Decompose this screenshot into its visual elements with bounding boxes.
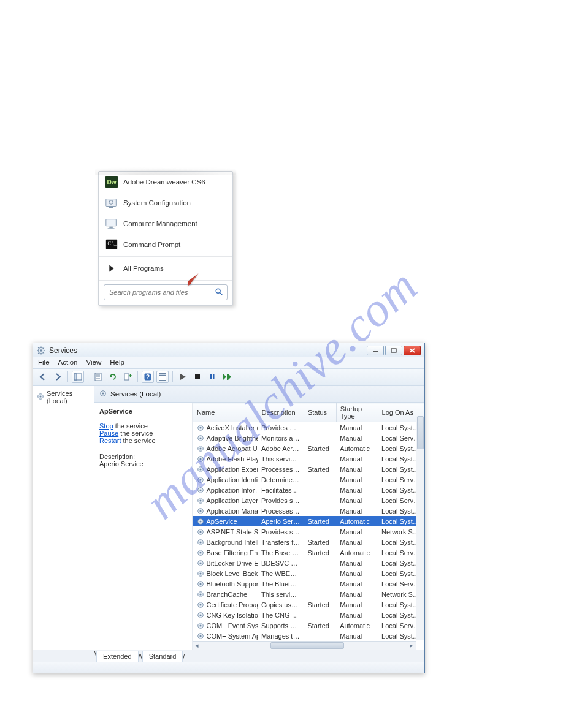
- start-menu-item[interactable]: Dw Adobe Dreamweaver CS6: [99, 172, 232, 192]
- stop-service-button[interactable]: [191, 371, 204, 383]
- start-menu-item[interactable]: C:\_ Command Prompt: [99, 234, 232, 255]
- table-row[interactable]: ApServiceAperio Servi…StartedAutomaticLo…: [193, 516, 424, 526]
- svg-point-72: [199, 562, 201, 564]
- tab-extended[interactable]: Extended: [96, 651, 138, 662]
- pause-link[interactable]: Pause: [99, 430, 118, 437]
- table-row[interactable]: ASP.NET State Ser…Provides su…ManualNetw…: [193, 526, 424, 537]
- forward-button[interactable]: [52, 371, 64, 383]
- column-header[interactable]: Name: [193, 403, 258, 422]
- tree-root-label: Services (Local): [47, 390, 90, 404]
- tree-root[interactable]: Services (Local): [36, 389, 91, 406]
- maximize-button[interactable]: [385, 346, 402, 355]
- search-input[interactable]: [108, 288, 215, 297]
- restart-service-button[interactable]: [221, 371, 233, 383]
- gear-icon: [197, 539, 204, 546]
- column-header[interactable]: Description: [258, 403, 304, 422]
- gear-icon: [197, 601, 204, 609]
- table-row[interactable]: Base Filtering Engi…The Base Fil…Started…: [193, 547, 424, 558]
- help-button[interactable]: ?: [142, 371, 154, 383]
- gear-icon: [197, 487, 204, 494]
- table-row[interactable]: Background Intelli…Transfers fil…Started…: [193, 537, 424, 547]
- gear-icon: [197, 466, 204, 473]
- gear-icon: [197, 528, 204, 536]
- column-header[interactable]: Status: [304, 403, 336, 422]
- table-row[interactable]: Adobe Acrobat U…Adobe Acro…StartedAutoma…: [193, 443, 424, 453]
- back-button[interactable]: [37, 371, 49, 383]
- table-row[interactable]: BitLocker Drive En…BDESVC hos…ManualLoca…: [193, 558, 424, 568]
- stop-link[interactable]: Stop: [99, 422, 113, 430]
- table-row[interactable]: Block Level Backu…The WBENG…ManualLocal …: [193, 568, 424, 578]
- menu-item[interactable]: File: [38, 358, 50, 366]
- svg-rect-23: [391, 349, 396, 352]
- svg-point-68: [199, 541, 201, 543]
- minimize-button[interactable]: [367, 346, 384, 355]
- svg-point-46: [199, 427, 201, 428]
- horizontal-scrollbar[interactable]: ◂▸: [193, 641, 416, 650]
- all-programs-arrow-icon: [105, 262, 118, 275]
- table-row[interactable]: Certificate Propag…Copies user …StartedM…: [193, 599, 424, 610]
- table-row[interactable]: CNG Key IsolationThe CNG ke…ManualLocal …: [193, 610, 424, 620]
- svg-point-74: [199, 572, 201, 574]
- gear-icon: [197, 455, 204, 463]
- menu-item[interactable]: Action: [58, 358, 78, 366]
- table-row[interactable]: Application Layer …Provides su…ManualLoc…: [193, 495, 424, 506]
- window-title: Services: [49, 346, 77, 355]
- search-icon: [215, 287, 223, 297]
- vertical-scrollbar[interactable]: [416, 416, 424, 640]
- menu-item[interactable]: View: [86, 358, 102, 366]
- details-header-label: Services (Local): [110, 390, 161, 398]
- properties-dialog-button[interactable]: [156, 371, 169, 383]
- start-service-button[interactable]: [177, 371, 189, 383]
- tab-standard[interactable]: Standard: [142, 651, 183, 662]
- menu-item[interactable]: Help: [110, 358, 124, 366]
- start-menu: Dw Adobe Dreamweaver CS6 System Configur…: [98, 171, 233, 306]
- tree-panel: Services (Local): [33, 386, 94, 650]
- svg-text:?: ?: [146, 374, 150, 381]
- svg-point-60: [199, 499, 201, 501]
- table-row[interactable]: Application Infor…Facilitates t…ManualLo…: [193, 485, 424, 495]
- gear-icon: [197, 507, 204, 515]
- start-menu-item-label: Computer Management: [123, 220, 197, 227]
- svg-point-86: [199, 635, 201, 637]
- svg-point-52: [199, 458, 201, 460]
- table-row[interactable]: COM+ System Ap…Manages th…ManualLocal Sy…: [193, 631, 424, 641]
- gear-icon: [99, 390, 107, 398]
- service-detail-panel: ApService Stop the service Pause the ser…: [94, 403, 193, 650]
- gear-icon: [197, 559, 204, 567]
- table-row[interactable]: Adaptive BrightnessMonitors a…ManualLoca…: [193, 433, 424, 443]
- table-row[interactable]: Application IdentityDetermines …ManualLo…: [193, 474, 424, 485]
- close-button[interactable]: [404, 346, 421, 355]
- svg-text:Dw: Dw: [107, 179, 116, 186]
- start-menu-item-label: System Configuration: [123, 199, 191, 207]
- svg-point-82: [199, 614, 201, 616]
- show-hide-tree-button[interactable]: [72, 371, 84, 383]
- start-menu-search[interactable]: [104, 284, 228, 300]
- statusbar: [33, 662, 424, 673]
- gear-icon: [197, 622, 204, 629]
- pause-service-button[interactable]: [206, 371, 218, 383]
- table-row[interactable]: ActiveX Installer (…Provides Us…ManualLo…: [193, 422, 424, 433]
- table-row[interactable]: Adobe Flash Playe…This service …ManualLo…: [193, 453, 424, 464]
- services-window: Services File Action View Help ?: [33, 343, 425, 673]
- svg-point-64: [199, 520, 201, 522]
- table-row[interactable]: BranchCacheThis service …ManualNetwork S…: [193, 589, 424, 599]
- column-header[interactable]: Startup Type: [336, 403, 378, 422]
- table-row[interactable]: Application Experi…Processes a…StartedMa…: [193, 464, 424, 474]
- svg-point-56: [199, 479, 201, 480]
- table-row[interactable]: Application Mana…Processes in…ManualLoca…: [193, 506, 424, 516]
- description-heading: Description:: [99, 453, 187, 460]
- refresh-button[interactable]: [107, 371, 119, 383]
- restart-link[interactable]: Restart: [99, 437, 121, 444]
- service-action-line: Stop the service: [99, 422, 187, 430]
- properties-button[interactable]: [92, 371, 104, 383]
- start-menu-item-label: Command Prompt: [123, 241, 180, 248]
- table-row[interactable]: COM+ Event Syst…Supports Sy…StartedAutom…: [193, 620, 424, 631]
- table-row[interactable]: Bluetooth Support…The Bluetoo…ManualLoca…: [193, 578, 424, 589]
- gear-icon: [197, 476, 204, 483]
- start-menu-item[interactable]: System Configuration: [99, 192, 232, 213]
- export-button[interactable]: [121, 371, 134, 383]
- services-grid: Name Description Status Startup Type Log…: [193, 403, 424, 650]
- start-menu-item[interactable]: Computer Management: [99, 213, 232, 234]
- start-menu-all-programs[interactable]: All Programs: [99, 258, 232, 279]
- svg-line-21: [38, 352, 39, 354]
